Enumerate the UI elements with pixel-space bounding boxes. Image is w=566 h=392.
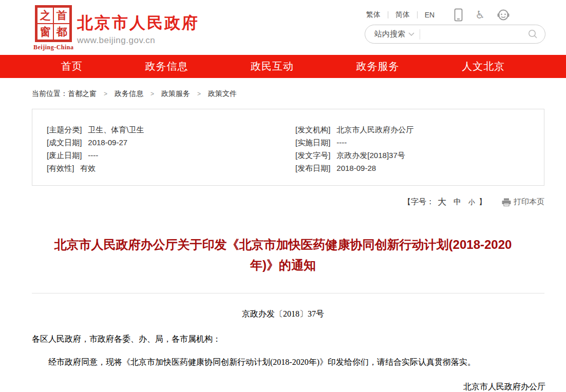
site-ident: 北京市人民政府 www.beijing.gov.cn xyxy=(77,12,199,46)
document-signature: 北京市人民政府办公厅 xyxy=(0,382,545,392)
print-page-button[interactable]: 打印本页 xyxy=(502,197,544,207)
metadata-row-subject-category: [主题分类] 卫生、体育\卫生 xyxy=(47,123,295,136)
metadata-right-column: [发文机构] 北京市人民政府办公厅 [实施日期] ---- [发文字号] 京政办… xyxy=(295,123,544,174)
search-icon[interactable] xyxy=(528,29,538,39)
page-toolbar: 【字号： 大 中 小 】 打印本页 xyxy=(32,196,544,208)
fontsize-large-button[interactable]: 大 xyxy=(438,196,446,208)
search-input[interactable] xyxy=(425,30,528,38)
metadata-row-document-number: [发文字号] 京政办发[2018]37号 xyxy=(295,149,544,162)
metadata-row-publish-date: [发布日期] 2018-09-28 xyxy=(295,162,544,174)
metadata-value: 有效 xyxy=(80,162,96,174)
title-divider xyxy=(32,293,544,293)
printer-icon xyxy=(502,198,511,206)
metadata-label: [有效性] xyxy=(47,162,74,174)
divider xyxy=(420,29,420,40)
site-header: 之 首 窗 都 Beijing-China 北京市人民政府 www.beijin… xyxy=(0,0,566,55)
metadata-label: [主题分类] xyxy=(47,123,82,136)
seal-char: 首 xyxy=(53,7,70,24)
breadcrumb-item-capital-window[interactable]: 首都之窗 xyxy=(68,89,97,99)
document-salutation: 各区人民政府，市政府各委、办、局，各市属机构： xyxy=(32,334,534,345)
breadcrumb-item-policy-documents[interactable]: 政策文件 xyxy=(208,89,237,99)
site-search-bar: 站内搜索 xyxy=(365,25,545,44)
metadata-value: 京政办发[2018]37号 xyxy=(336,149,405,162)
service-robot-icon[interactable] xyxy=(497,9,510,21)
breadcrumb-prefix: 当前位置： xyxy=(32,89,68,99)
seal-char: 窗 xyxy=(37,24,53,40)
metadata-value: ---- xyxy=(88,149,98,162)
metadata-label: [发文字号] xyxy=(295,149,330,162)
metadata-row-written-date: [成文日期] 2018-09-27 xyxy=(47,136,295,149)
nav-item-culture[interactable]: 人文北京 xyxy=(462,60,505,73)
nav-item-services[interactable]: 政务服务 xyxy=(356,60,400,73)
search-scope-dropdown[interactable]: 站内搜索 xyxy=(374,29,414,39)
site-logo[interactable]: 之 首 窗 都 Beijing-China xyxy=(33,5,74,51)
print-page-label: 打印本页 xyxy=(514,197,544,207)
mobile-version-icon[interactable] xyxy=(454,8,463,22)
seal-char: 之 xyxy=(37,7,53,24)
metadata-value: 2018-09-27 xyxy=(88,136,127,149)
metadata-value: ---- xyxy=(336,136,347,149)
metadata-row-repeal-date: [废止日期] ---- xyxy=(47,149,295,162)
seal-char: 都 xyxy=(53,24,70,40)
capital-window-seal-icon: 之 首 窗 都 xyxy=(35,5,72,42)
metadata-label: [发文机构] xyxy=(295,123,330,136)
document-title: 北京市人民政府办公厅关于印发《北京市加快医药健康协同创新行动计划(2018-20… xyxy=(44,234,522,276)
site-url: www.beijing.gov.cn xyxy=(77,35,199,46)
fontsize-small-button[interactable]: 小 xyxy=(468,198,475,207)
lang-simplified-link[interactable]: 简体 xyxy=(388,10,417,19)
breadcrumb-separator: > xyxy=(197,90,201,97)
fontsize-label-open: 【字号： xyxy=(403,197,434,207)
logo-caption: Beijing-China xyxy=(33,44,74,51)
metadata-value: 2018-09-28 xyxy=(336,162,376,174)
fontsize-medium-button[interactable]: 中 xyxy=(454,197,461,207)
metadata-label: [发布日期] xyxy=(295,162,330,174)
accessibility-icon[interactable]: ♿ xyxy=(475,10,485,21)
metadata-label: [实施日期] xyxy=(295,136,330,149)
metadata-value: 北京市人民政府办公厅 xyxy=(336,123,413,136)
header-top-links: 繁体 简体 EN ♿ xyxy=(359,8,510,22)
breadcrumb-separator: > xyxy=(150,90,154,97)
main-nav: 首页 政务信息 政民互动 政务服务 人文北京 xyxy=(0,55,566,78)
metadata-label: [成文日期] xyxy=(47,136,82,149)
nav-item-home[interactable]: 首页 xyxy=(61,60,83,73)
document-number: 京政办发〔2018〕37号 xyxy=(0,309,566,320)
metadata-left-column: [主题分类] 卫生、体育\卫生 [成文日期] 2018-09-27 [废止日期]… xyxy=(47,123,295,174)
lang-traditional-link[interactable]: 繁体 xyxy=(359,10,388,19)
document-metadata-box: [主题分类] 卫生、体育\卫生 [成文日期] 2018-09-27 [废止日期]… xyxy=(32,109,544,186)
lang-english-link[interactable]: EN xyxy=(418,11,442,19)
breadcrumb-separator: > xyxy=(104,90,107,97)
document-paragraph: 经市政府同意，现将《北京市加快医药健康协同创新行动计划(2018-2020年)》… xyxy=(32,356,534,368)
breadcrumb-item-policy-services[interactable]: 政策服务 xyxy=(161,89,190,99)
search-scope-label: 站内搜索 xyxy=(374,29,405,39)
document-body: 京政办发〔2018〕37号 各区人民政府，市政府各委、办、局，各市属机构： 经市… xyxy=(0,309,566,392)
breadcrumb: 当前位置： 首都之窗 > 政务信息 > 政策服务 > 政策文件 xyxy=(32,89,566,99)
site-title[interactable]: 北京市人民政府 xyxy=(77,12,199,34)
chevron-down-icon xyxy=(408,32,414,36)
metadata-row-validity: [有效性] 有效 xyxy=(47,162,295,174)
breadcrumb-item-government-info[interactable]: 政务信息 xyxy=(115,89,143,99)
nav-item-government-info[interactable]: 政务信息 xyxy=(145,60,188,73)
metadata-row-issuing-agency: [发文机构] 北京市人民政府办公厅 xyxy=(295,123,544,136)
metadata-label: [废止日期] xyxy=(47,149,82,162)
metadata-row-effective-date: [实施日期] ---- xyxy=(295,136,544,149)
metadata-value: 卫生、体育\卫生 xyxy=(88,123,144,136)
nav-item-interaction[interactable]: 政民互动 xyxy=(251,60,294,73)
fontsize-label-close: 】 xyxy=(479,197,486,207)
